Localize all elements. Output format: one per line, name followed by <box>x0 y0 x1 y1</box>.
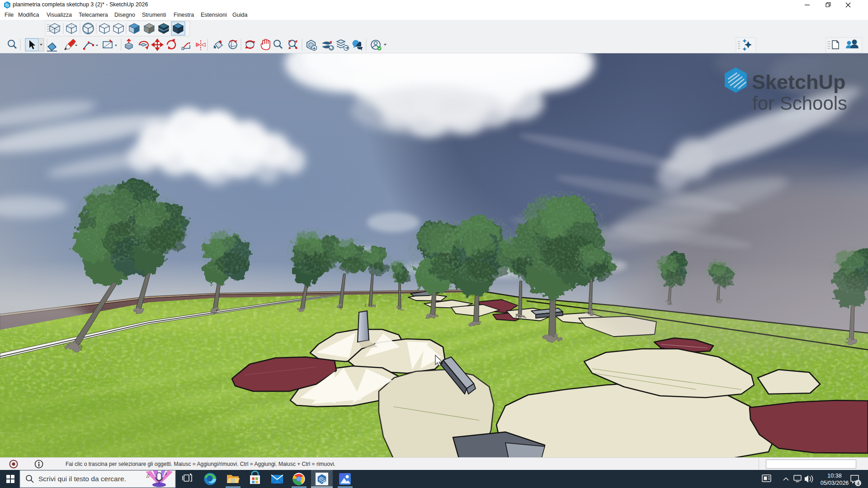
svg-text:4: 4 <box>857 481 859 486</box>
svg-text:for Schools: for Schools <box>752 93 847 114</box>
svg-text:05/03/2026: 05/03/2026 <box>821 480 849 486</box>
svg-text:♫: ♫ <box>146 472 150 479</box>
svg-text:Scrivi qui il testo da cercare: Scrivi qui il testo da cercare. <box>38 475 126 483</box>
svg-text:10:38: 10:38 <box>827 473 841 479</box>
svg-text:SketchUp: SketchUp <box>752 70 846 94</box>
svg-text:♪: ♪ <box>165 470 167 477</box>
